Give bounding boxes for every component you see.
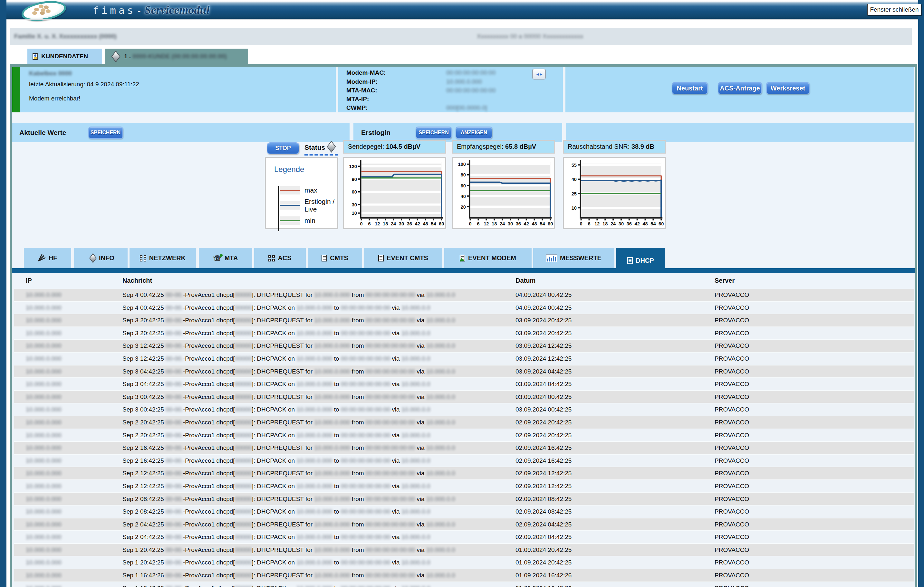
svg-text:24: 24 bbox=[500, 222, 505, 227]
bar-chart-icon bbox=[546, 254, 557, 262]
erstlogin-anzeigen-button[interactable]: ANZEIGEN bbox=[455, 127, 492, 139]
tab-customer-modem[interactable]: 1 . 0000-KUNDE (00:00:00:00:00:00) bbox=[105, 49, 248, 64]
log-ip-redacted: 10.000.0.000 bbox=[26, 340, 61, 352]
log-datum: 01.09.2024 20:42:25 bbox=[515, 544, 571, 556]
svg-text:54: 54 bbox=[650, 222, 656, 227]
log-ip-redacted: 10.000.0.000 bbox=[26, 493, 61, 505]
log-ip-redacted: 10.000.0.000 bbox=[26, 365, 61, 378]
svg-text:20: 20 bbox=[461, 204, 466, 210]
tab-event-modem[interactable]: EVENT MODEM bbox=[444, 248, 531, 268]
dhcp-log-row: 10.000.0.000 Sep 1 16:42:26 00-00.-ProvA… bbox=[14, 569, 914, 582]
field-label-mta-mac: MTA-MAC: bbox=[346, 87, 377, 94]
log-server: PROVACCO bbox=[714, 569, 749, 582]
dhcp-log-row: 10.000.0.000 Sep 2 20:42:25 00-00.-ProvA… bbox=[14, 429, 914, 442]
log-ip-redacted: 10.000.0.000 bbox=[26, 391, 61, 403]
log-server: PROVACCO bbox=[714, 416, 749, 429]
svg-text:30: 30 bbox=[352, 202, 357, 207]
svg-text:12: 12 bbox=[483, 222, 489, 227]
svg-text:6: 6 bbox=[477, 222, 479, 227]
log-message: Sep 2 04:42:25 00-00.-ProvAcco1 dhcpd[00… bbox=[122, 531, 431, 543]
close-window-button[interactable]: Fenster schließen bbox=[867, 4, 921, 15]
log-message: Sep 3 20:42:25 00-00.-ProvAcco1 dhcpd[00… bbox=[122, 327, 431, 339]
tab-mta[interactable]: ☏ MTA bbox=[199, 248, 252, 268]
log-datum: 02.09.2024 20:42:25 bbox=[515, 416, 571, 429]
dhcp-table-body: 10.000.0.000 Sep 4 00:42:25 00-00.-ProvA… bbox=[14, 289, 914, 587]
snr-value: 38.9 dB bbox=[632, 143, 654, 150]
legend-live-line bbox=[280, 205, 300, 206]
tab-customer-redacted: 0000-KUNDE (00:00:00:00:00:00) bbox=[132, 53, 227, 60]
log-server: PROVACCO bbox=[714, 314, 749, 327]
log-ip-redacted: 10.000.0.000 bbox=[26, 429, 61, 441]
tab-event-cmts[interactable]: EVENT CMTS bbox=[364, 248, 442, 268]
tab-netzwerk[interactable]: NETZWERK bbox=[130, 248, 196, 268]
tab-acs[interactable]: ACS bbox=[254, 248, 306, 268]
log-message: Sep 3 00:42:25 00-00.-ProvAcco1 dhcpd[00… bbox=[122, 403, 431, 416]
dhcp-log-row: 10.000.0.000 Sep 2 08:42:25 00-00.-ProvA… bbox=[14, 506, 914, 518]
tab-kundendaten[interactable]: KUNDENDATEN bbox=[27, 49, 102, 64]
svg-text:48: 48 bbox=[642, 222, 648, 227]
log-datum: 02.09.2024 04:42:25 bbox=[515, 518, 571, 531]
log-ip-redacted: 10.000.0.000 bbox=[26, 327, 61, 339]
dhcp-doc-icon bbox=[627, 257, 633, 264]
svg-text:18: 18 bbox=[383, 222, 388, 227]
svg-text:90: 90 bbox=[352, 177, 357, 182]
stop-button[interactable]: STOP bbox=[267, 142, 299, 154]
log-server: PROVACCO bbox=[714, 327, 749, 339]
log-server: PROVACCO bbox=[714, 518, 749, 531]
swap-arrows-button[interactable]: ◄► bbox=[532, 69, 546, 79]
werksreset-button[interactable]: Werksreset bbox=[766, 82, 810, 94]
log-server: PROVACCO bbox=[714, 556, 749, 569]
svg-text:25: 25 bbox=[571, 191, 577, 196]
svg-text:60: 60 bbox=[548, 222, 553, 227]
tab-cmts[interactable]: CMTS bbox=[308, 248, 362, 268]
log-datum: 03.09.2024 12:42:25 bbox=[515, 353, 571, 365]
log-datum: 03.09.2024 00:42:25 bbox=[515, 391, 571, 403]
svg-text:18: 18 bbox=[602, 222, 608, 227]
acs-anfrage-button[interactable]: ACS-Anfrage bbox=[718, 82, 762, 94]
empfangspegel-value: 65.8 dBµV bbox=[505, 143, 536, 150]
svg-text:0: 0 bbox=[580, 222, 582, 227]
dhcp-log-row: 10.000.0.000 Sep 1 20:42:25 00-00.-ProvA… bbox=[14, 556, 914, 569]
column-header-datum: Datum bbox=[515, 277, 535, 284]
dhcp-log-row: 10.000.0.000 Sep 3 20:42:25 00-00.-ProvA… bbox=[14, 314, 914, 327]
log-datum: 01.09.2024 16:42:26 bbox=[515, 582, 571, 587]
legend-axis-line bbox=[278, 186, 279, 231]
tab-info[interactable]: INFO bbox=[74, 248, 127, 268]
tab-hf[interactable]: HF bbox=[24, 248, 71, 268]
modem-diamond-icon bbox=[112, 50, 120, 62]
log-server: PROVACCO bbox=[714, 365, 749, 378]
erstlogin-speichern-button[interactable]: SPEICHERN bbox=[416, 127, 452, 139]
tab-customer-prefix: 1 . bbox=[124, 53, 131, 60]
log-ip-redacted: 10.000.0.000 bbox=[26, 289, 61, 301]
legend-item-min: min bbox=[280, 216, 315, 225]
empty-band bbox=[566, 123, 914, 142]
event-modem-doc-icon bbox=[460, 255, 465, 261]
log-ip-redacted: 10.000.0.000 bbox=[26, 467, 61, 479]
aktuelle-werte-speichern-button[interactable]: SPEICHERN bbox=[88, 127, 123, 139]
brand-fimas: fimas bbox=[93, 5, 135, 16]
log-datum: 04.09.2024 00:42:25 bbox=[515, 302, 571, 314]
dhcp-log-row: 10.000.0.000 Sep 4 00:42:25 00-00.-ProvA… bbox=[14, 302, 914, 315]
svg-text:40: 40 bbox=[461, 194, 466, 199]
log-server: PROVACCO bbox=[714, 391, 749, 403]
log-datum: 02.09.2024 12:42:25 bbox=[515, 467, 571, 479]
neustart-button[interactable]: Neustart bbox=[672, 82, 708, 94]
legend-live-label: Erstlogin / Live bbox=[304, 198, 337, 213]
svg-text:10: 10 bbox=[571, 206, 577, 210]
log-ip-redacted: 10.000.0.000 bbox=[26, 314, 61, 327]
column-header-ip: IP bbox=[26, 277, 32, 284]
dhcp-log-row: 10.000.0.000 Sep 1 16:42:26 00-00.-ProvA… bbox=[14, 582, 914, 587]
legend-min-label: min bbox=[304, 217, 315, 224]
status-control[interactable]: Status bbox=[304, 143, 340, 151]
dhcp-log-row: 10.000.0.000 Sep 3 00:42:25 00-00.-ProvA… bbox=[14, 403, 914, 416]
snr-header: Rauschabstand SNR: 38.9 dB bbox=[563, 140, 666, 154]
modem-reachable-text: Modem erreichbar! bbox=[29, 95, 80, 102]
log-datum: 02.09.2024 04:42:25 bbox=[515, 531, 571, 543]
cmts-server-icon bbox=[322, 255, 327, 261]
modem-status-panel: Kabelbox 0000 letzte Aktualisierung: 04.… bbox=[20, 67, 336, 112]
field-value-modem-mac-redacted: 00:00:00:00:00:00 bbox=[446, 69, 495, 76]
log-server: PROVACCO bbox=[714, 480, 749, 492]
tab-messwerte[interactable]: MESSWERTE bbox=[533, 248, 614, 268]
log-message: Sep 4 00:42:25 00-00.-ProvAcco1 dhcpd[00… bbox=[122, 289, 455, 301]
svg-text:36: 36 bbox=[516, 222, 521, 227]
